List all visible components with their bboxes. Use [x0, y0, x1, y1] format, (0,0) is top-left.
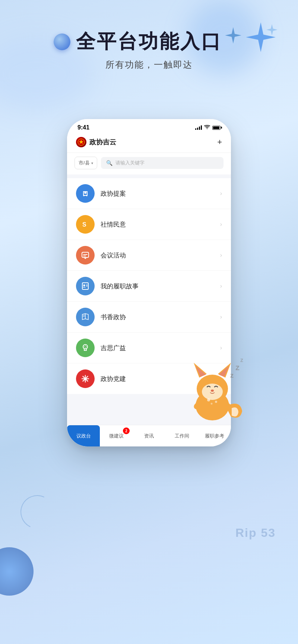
menu-arrow-public-opinion: ›: [220, 221, 222, 228]
svg-point-15: [84, 378, 86, 380]
menu-item-meeting[interactable]: 会议活动 ›: [67, 240, 231, 271]
hero-star-accent: [224, 26, 242, 45]
status-icons: [195, 125, 221, 131]
hero-title: 全平台功能入口: [76, 30, 222, 53]
tab-yizheng[interactable]: 议政台: [67, 425, 100, 446]
search-placeholder-text: 请输入关键字: [115, 160, 145, 166]
svg-point-26: [211, 403, 213, 405]
blue-dot-decoration: [0, 547, 34, 596]
menu-label-proposal: 政协提案: [101, 189, 126, 198]
menu-icon-book: [76, 308, 95, 326]
search-box[interactable]: 🔍 请输入关键字: [101, 157, 224, 169]
menu-item-public-opinion[interactable]: S 社情民意 ›: [67, 209, 231, 240]
tab-zixun[interactable]: 资讯: [133, 425, 165, 446]
svg-text:S: S: [82, 221, 86, 228]
menu-label-public-opinion: 社情民意: [101, 220, 126, 229]
menu-icon-party: [76, 369, 95, 388]
arc-decoration: [16, 490, 58, 533]
svg-point-2: [84, 192, 86, 194]
status-time: 9:41: [77, 124, 89, 131]
menu-icon-meeting: [76, 246, 95, 265]
svg-text:z: z: [240, 357, 243, 363]
battery-icon: [212, 126, 221, 130]
svg-text:z: z: [230, 372, 234, 379]
phone-notch: [125, 119, 173, 129]
menu-arrow-meeting: ›: [220, 252, 222, 259]
menu-label-jisi: 吉思广益: [101, 344, 126, 352]
hero-sphere-decoration: [54, 33, 70, 50]
chevron-down-icon: ▾: [91, 161, 93, 165]
app-header: 政协吉云 +: [67, 133, 231, 153]
svg-point-24: [207, 398, 210, 401]
hero-subtitle: 所有功能，一触即达: [0, 59, 298, 71]
menu-label-duty-story: 我的履职故事: [101, 282, 139, 291]
menu-label-book: 书香政协: [101, 313, 126, 321]
svg-text:z: z: [235, 363, 240, 372]
tab-badge-weijianyi: 2: [123, 427, 130, 434]
signal-icon: [195, 125, 202, 130]
menu-icon-duty-story: [76, 277, 95, 295]
svg-point-23: [211, 390, 214, 392]
add-button[interactable]: +: [217, 137, 222, 147]
menu-label-party: 政协党建: [101, 375, 126, 383]
menu-label-meeting: 会议活动: [101, 251, 126, 260]
search-area: 市/县 ▾ 🔍 请输入关键字: [67, 153, 231, 174]
rip53-text: Rip 53: [235, 526, 276, 540]
menu-item-book[interactable]: 书香政协 ›: [67, 302, 231, 333]
app-logo-emblem: [76, 137, 86, 147]
phone-mockup: 9:41: [67, 119, 231, 446]
wifi-icon: [204, 125, 210, 131]
menu-arrow-duty-story: ›: [220, 283, 222, 289]
tab-weijianyi[interactable]: 微建议 2: [100, 425, 133, 446]
menu-arrow-proposal: ›: [220, 190, 222, 197]
hero-section: 全平台功能入口 所有功能，一触即达: [0, 30, 298, 71]
search-icon: 🔍: [106, 160, 112, 166]
svg-point-6: [83, 285, 85, 286]
menu-item-duty-story[interactable]: 我的履职故事 ›: [67, 271, 231, 302]
menu-icon-public-opinion: S: [76, 215, 95, 234]
location-selector[interactable]: 市/县 ▾: [74, 157, 97, 169]
svg-point-25: [215, 401, 217, 403]
menu-item-proposal[interactable]: 政协提案 ›: [67, 178, 231, 209]
app-logo-area: 政协吉云: [76, 137, 116, 147]
app-title: 政协吉云: [89, 138, 116, 147]
menu-icon-jisi: [76, 339, 95, 357]
menu-arrow-book: ›: [220, 314, 222, 320]
location-label: 市/县: [79, 160, 90, 166]
mascot-fox: z z z: [171, 348, 253, 430]
svg-point-10: [83, 345, 88, 349]
menu-icon-proposal: [76, 184, 95, 203]
